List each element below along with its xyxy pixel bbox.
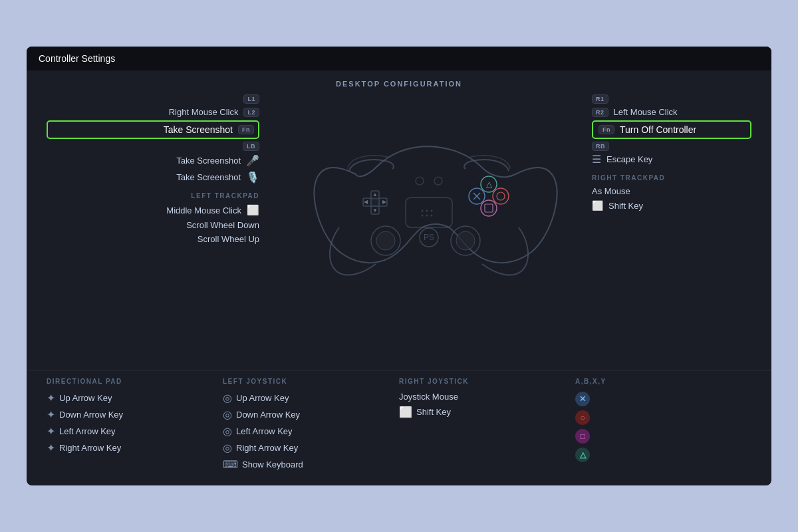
svg-point-32 bbox=[434, 177, 442, 185]
bottom-section: DIRECTIONAL PAD ✦ Up Arrow Key ✦ Down Ar… bbox=[27, 370, 771, 485]
lj-up-icon: ◎ bbox=[223, 392, 232, 404]
shift-key-trackpad-row[interactable]: ⬜ Shift Key bbox=[592, 198, 751, 213]
lj-down-icon: ◎ bbox=[223, 408, 232, 421]
dpad-right-icon: ✦ bbox=[47, 442, 55, 454]
rb-badge: RB bbox=[592, 142, 609, 151]
square-btn-row[interactable]: □ bbox=[575, 428, 751, 445]
lj-right-row[interactable]: ◎ Right Arrow Key bbox=[223, 440, 399, 456]
dpad-left-icon: ✦ bbox=[47, 425, 55, 438]
dpad-up-row[interactable]: ✦ Up Arrow Key bbox=[47, 390, 223, 406]
svg-point-29 bbox=[481, 200, 497, 216]
lj-up-row[interactable]: ◎ Up Arrow Key bbox=[223, 390, 399, 406]
left-joystick-label: LEFT JOYSTICK bbox=[223, 378, 399, 385]
svg-rect-0 bbox=[406, 198, 452, 227]
lj-down-label: Down Arrow Key bbox=[236, 410, 300, 420]
take-screenshot-mic2-label: Take Screenshot bbox=[176, 172, 241, 182]
svg-text:▶: ▶ bbox=[382, 199, 387, 205]
svg-point-24 bbox=[493, 188, 509, 204]
directional-pad-label: DIRECTIONAL PAD bbox=[47, 378, 223, 385]
controller-diagram: PS bbox=[289, 94, 569, 287]
svg-point-5 bbox=[426, 215, 428, 217]
svg-point-12 bbox=[456, 231, 475, 250]
left-mouse-click-row[interactable]: R2 Left Mouse Click bbox=[592, 105, 751, 119]
controller-svg: PS bbox=[289, 94, 569, 287]
escape-key-row[interactable]: ☰ Escape Key bbox=[592, 151, 751, 168]
svg-point-3 bbox=[431, 210, 433, 212]
lj-keyboard-row[interactable]: ⌨ Show Keyboard bbox=[223, 457, 399, 472]
right-mouse-click-row[interactable]: Right Mouse Click L2 bbox=[47, 105, 259, 119]
dpad-right-label: Right Arrow Key bbox=[59, 443, 121, 453]
lj-right-label: Right Arrow Key bbox=[236, 443, 298, 453]
svg-text:▲: ▲ bbox=[372, 192, 378, 198]
svg-point-4 bbox=[422, 215, 424, 217]
svg-rect-30 bbox=[485, 204, 493, 212]
r1-badge: R1 bbox=[592, 94, 608, 104]
shift-key-trackpad-label: Shift Key bbox=[608, 201, 643, 211]
svg-point-2 bbox=[426, 210, 428, 212]
abxy-label: A,B,X,Y bbox=[575, 378, 751, 385]
svg-text:△: △ bbox=[486, 180, 493, 189]
circle-button: ○ bbox=[575, 410, 590, 425]
take-screenshot-mic2-row[interactable]: Take Screenshot 🎙️ bbox=[47, 169, 259, 186]
trackpad-icon: ⬜ bbox=[247, 204, 259, 216]
r2-badge: R2 bbox=[592, 108, 608, 117]
dpad-up-label: Up Arrow Key bbox=[59, 393, 112, 403]
dpad-down-icon: ✦ bbox=[47, 408, 55, 421]
turn-off-controller-label: Turn Off Controller bbox=[620, 124, 696, 135]
circle-btn-row[interactable]: ○ bbox=[575, 409, 751, 426]
left-joystick-col: LEFT JOYSTICK ◎ Up Arrow Key ◎ Down Arro… bbox=[223, 378, 399, 472]
right-mouse-click-label: Right Mouse Click bbox=[169, 107, 239, 117]
scroll-wheel-down-label: Scroll Wheel Down bbox=[186, 220, 259, 230]
take-screenshot-highlighted-row[interactable]: Take Screenshot Fn bbox=[47, 120, 259, 139]
lj-down-row[interactable]: ◎ Down Arrow Key bbox=[223, 407, 399, 422]
dpad-left-row[interactable]: ✦ Left Arrow Key bbox=[47, 424, 223, 439]
fn-badge: Fn bbox=[238, 125, 254, 134]
cross-btn-row[interactable]: ✕ bbox=[575, 390, 751, 408]
titlebar: Controller Settings bbox=[27, 47, 771, 70]
directional-pad-col: DIRECTIONAL PAD ✦ Up Arrow Key ✦ Down Ar… bbox=[47, 378, 223, 472]
dpad-down-row[interactable]: ✦ Down Arrow Key bbox=[47, 407, 223, 422]
svg-point-25 bbox=[497, 192, 505, 200]
right-joystick-label: RIGHT JOYSTICK bbox=[399, 378, 575, 385]
l2-badge: L2 bbox=[243, 108, 259, 117]
cross-button: ✕ bbox=[575, 392, 590, 406]
triangle-button: △ bbox=[575, 448, 590, 462]
main-area: L1 Right Mouse Click L2 Take Screenshot … bbox=[27, 88, 771, 370]
turn-off-controller-row[interactable]: Fn Turn Off Controller bbox=[592, 120, 751, 139]
lj-left-icon: ◎ bbox=[223, 425, 232, 438]
window-title: Controller Settings bbox=[39, 53, 115, 64]
mic-icon: 🎤 bbox=[246, 154, 259, 167]
dpad-left-label: Left Arrow Key bbox=[59, 426, 116, 436]
lj-keyboard-icon: ⌨ bbox=[223, 458, 238, 471]
lj-right-icon: ◎ bbox=[223, 442, 232, 454]
svg-point-6 bbox=[431, 215, 433, 217]
dpad-right-row[interactable]: ✦ Right Arrow Key bbox=[47, 440, 223, 456]
svg-text:◀: ◀ bbox=[364, 199, 368, 205]
take-screenshot-label: Take Screenshot bbox=[164, 124, 233, 135]
dpad-icon: ✦ bbox=[47, 392, 55, 404]
mic2-icon: 🎙️ bbox=[246, 171, 259, 184]
rj-mouse-row[interactable]: Joystick Mouse bbox=[399, 390, 575, 403]
desktop-config-label: DESKTOP CONFIGURATION bbox=[27, 70, 771, 88]
fn-right-badge: Fn bbox=[598, 125, 614, 134]
middle-mouse-click-label: Middle Mouse Click bbox=[166, 205, 241, 215]
content-area: DESKTOP CONFIGURATION L1 Right Mouse Cli… bbox=[27, 70, 771, 485]
svg-text:▼: ▼ bbox=[372, 207, 378, 213]
as-mouse-row[interactable]: As Mouse bbox=[592, 184, 751, 198]
scroll-wheel-up-row[interactable]: Scroll Wheel Up bbox=[47, 232, 259, 246]
left-trackpad-label: LEFT TRACKPAD bbox=[47, 192, 259, 200]
take-screenshot-mic-label: Take Screenshot bbox=[176, 156, 241, 166]
middle-mouse-click-row[interactable]: Middle Mouse Click ⬜ bbox=[47, 202, 259, 218]
lj-left-row[interactable]: ◎ Left Arrow Key bbox=[223, 424, 399, 439]
rj-mouse-label: Joystick Mouse bbox=[399, 392, 458, 402]
take-screenshot-mic-row[interactable]: Take Screenshot 🎤 bbox=[47, 152, 259, 169]
as-mouse-label: As Mouse bbox=[592, 186, 630, 196]
rj-shift-row[interactable]: ⬜ Shift Key bbox=[399, 404, 575, 420]
trackpad-right-icon: ⬜ bbox=[592, 200, 603, 211]
dpad-down-label: Down Arrow Key bbox=[59, 410, 123, 420]
right-joystick-col: RIGHT JOYSTICK Joystick Mouse ⬜ Shift Ke… bbox=[399, 378, 575, 472]
scroll-wheel-down-row[interactable]: Scroll Wheel Down bbox=[47, 218, 259, 232]
escape-key-label: Escape Key bbox=[606, 154, 652, 164]
abxy-col: A,B,X,Y ✕ ○ □ △ bbox=[575, 378, 751, 472]
triangle-btn-row[interactable]: △ bbox=[575, 446, 751, 464]
